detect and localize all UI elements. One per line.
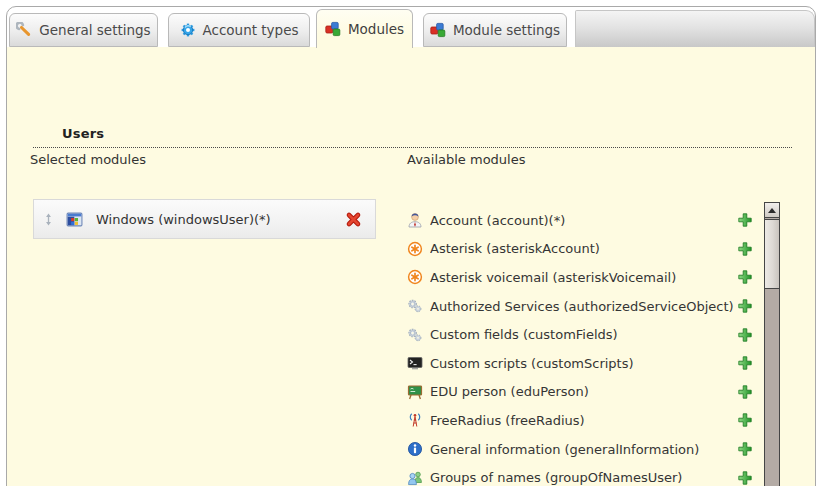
configuration-panel: General settingsAccount typesModulesModu…	[6, 6, 816, 486]
add-module-button[interactable]	[737, 327, 753, 343]
antenna-icon	[407, 412, 423, 428]
gears-icon	[407, 298, 423, 314]
remove-module-button[interactable]	[345, 211, 362, 228]
available-module-row: Custom scripts (customScripts)	[407, 349, 753, 378]
available-module-label: Custom fields (customFields)	[430, 327, 737, 342]
info-icon	[407, 441, 423, 457]
available-module-row: Custom fields (customFields)	[407, 320, 753, 349]
selected-modules-label: Selected modules	[30, 152, 146, 167]
add-module-button[interactable]	[737, 355, 753, 371]
available-module-row: Asterisk (asteriskAccount)	[407, 235, 753, 264]
scrollbar-thumb[interactable]	[765, 219, 779, 289]
available-module-label: Custom scripts (customScripts)	[430, 356, 737, 371]
tab-general-settings[interactable]: General settings	[9, 13, 158, 47]
add-module-button[interactable]	[737, 412, 753, 428]
available-module-label: Authorized Services (authorizedServiceOb…	[430, 299, 737, 314]
scroll-up-button[interactable]	[765, 203, 779, 218]
account-types-gear-icon	[180, 22, 196, 38]
section-divider	[33, 147, 792, 148]
tab-bar-filler	[575, 10, 815, 47]
available-module-row: Asterisk voicemail (asteriskVoicemail)	[407, 263, 753, 292]
selected-module-row: Windows (windowsUser)(*)	[33, 199, 376, 239]
tab-label: Modules	[348, 21, 404, 37]
drag-handle-icon[interactable]	[42, 213, 55, 226]
tab-bar: General settingsAccount typesModulesModu…	[7, 7, 815, 48]
available-module-label: FreeRadius (freeRadius)	[430, 413, 737, 428]
scroll-up-arrow-icon	[768, 208, 776, 213]
group-icon	[407, 470, 423, 486]
add-module-button[interactable]	[737, 384, 753, 400]
available-module-row: Groups of names (groupOfNamesUser)	[407, 463, 753, 486]
users-section-heading: Users	[40, 126, 104, 141]
selected-modules-list: Windows (windowsUser)(*)	[33, 199, 376, 245]
asterisk-icon	[407, 269, 423, 285]
wrench-icon	[16, 22, 32, 38]
asterisk-icon	[407, 241, 423, 257]
available-module-label: Asterisk voicemail (asteriskVoicemail)	[430, 270, 737, 285]
available-module-row: General information (generalInformation)	[407, 435, 753, 464]
available-module-row: Authorized Services (authorizedServiceOb…	[407, 292, 753, 321]
modules-tab-panel: Users Selected modules Available modules…	[7, 47, 815, 486]
user-icon	[40, 126, 55, 141]
tab-label: General settings	[39, 22, 150, 38]
tab-account-types[interactable]: Account types	[168, 13, 310, 47]
available-module-label: Asterisk (asteriskAccount)	[430, 241, 737, 256]
available-modules-label: Available modules	[407, 152, 525, 167]
available-modules-list: Account (account)(*)Asterisk (asteriskAc…	[407, 206, 753, 486]
available-module-row: Account (account)(*)	[407, 206, 753, 235]
add-module-button[interactable]	[737, 212, 753, 228]
tab-label: Account types	[203, 22, 299, 38]
add-module-button[interactable]	[737, 241, 753, 257]
modules-blocks-icon	[430, 22, 446, 38]
selected-module-label: Windows (windowsUser)(*)	[96, 212, 345, 227]
account-icon	[407, 212, 423, 228]
tab-module-settings[interactable]: Module settings	[423, 13, 567, 47]
gears-icon	[407, 327, 423, 343]
available-module-label: General information (generalInformation)	[430, 442, 737, 457]
tab-label: Module settings	[453, 22, 560, 38]
chalkboard-icon	[407, 384, 423, 400]
available-module-label: Groups of names (groupOfNamesUser)	[430, 470, 737, 485]
available-module-label: EDU person (eduPerson)	[430, 384, 737, 399]
add-module-button[interactable]	[737, 470, 753, 486]
modules-blocks-icon	[325, 21, 341, 37]
available-module-label: Account (account)(*)	[430, 213, 737, 228]
add-module-button[interactable]	[737, 441, 753, 457]
terminal-icon	[407, 355, 423, 371]
tab-modules[interactable]: Modules	[316, 9, 413, 48]
add-module-button[interactable]	[737, 298, 753, 314]
available-modules-scrollbar[interactable]	[764, 202, 780, 486]
add-module-button[interactable]	[737, 269, 753, 285]
available-module-row: FreeRadius (freeRadius)	[407, 406, 753, 435]
windows-icon	[66, 211, 83, 228]
section-title: Users	[62, 126, 104, 141]
available-module-row: EDU person (eduPerson)	[407, 378, 753, 407]
